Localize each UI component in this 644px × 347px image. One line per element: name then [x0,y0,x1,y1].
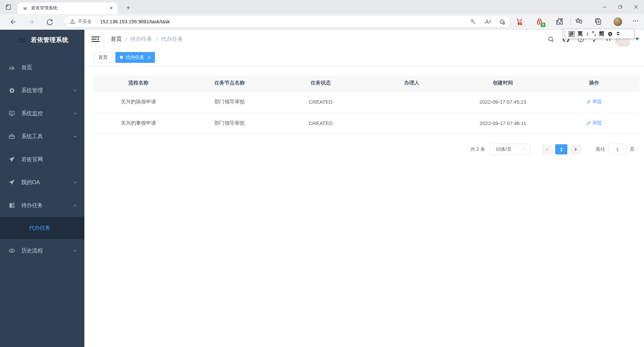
tab-actions-menu-icon[interactable] [4,3,13,11]
breadcrumb-separator: / [125,36,127,43]
sidebar-item-system-monitor[interactable]: 系统监控 [0,102,84,125]
tag-home[interactable]: 首页 [94,52,112,63]
sidebar-item-system-manage[interactable]: 系统管理 [0,79,84,102]
refresh-icon[interactable] [45,18,54,26]
approve-button[interactable]: 审批 [586,99,602,105]
sidebar-item-label: 待办任务 [21,202,73,209]
chevron-down-icon [73,248,78,253]
favorites-bar-icon[interactable] [575,17,583,26]
settings-more-icon[interactable] [632,17,639,25]
sidebar-item-ruoyi-site[interactable]: 若依官网 [0,148,84,171]
new-tab-button[interactable]: + [124,3,133,13]
header-search-icon[interactable] [546,34,556,44]
select-chevron-down-icon [522,147,527,151]
page-number-1[interactable]: 1 [555,144,567,154]
toolbar-divider [570,18,571,25]
main-content: 流程名称 任务节点名称 任务状态 办理人 创建时间 操作 关兴的病假申请 部门领… [84,66,644,347]
edit-pencil-icon [586,121,591,125]
sidebar-item-home[interactable]: 首页 [0,56,84,79]
browser-tab[interactable]: 若依管理系统 ✕ [18,2,117,14]
extension-lock-icon[interactable]: 0 [535,17,544,26]
browser-profile-avatar[interactable] [613,17,622,26]
read-aloud-icon[interactable] [484,18,491,25]
goto-label: 前往 [596,146,605,152]
breadcrumb: 首页 / 待办任务 / 代办任务 [111,35,183,43]
page-size-select[interactable]: 10条/页 [490,144,530,155]
ime-pinyin-mode[interactable]: 拼 [569,31,574,37]
sidebar-item-system-tools[interactable]: 系统工具 [0,125,84,148]
pagination-total: 共 2 条 [470,146,485,152]
goto-page-input[interactable] [609,144,626,155]
ime-sound-icon[interactable]: ♪ [586,31,589,37]
window-minimize-button[interactable] [596,0,612,14]
ime-drag-handle[interactable] [565,30,566,37]
breadcrumb-todo[interactable]: 待办任务 [130,35,153,43]
ime-punctuation-mode[interactable]: ”, [592,31,596,37]
sidebar-item-label: 我的OA [21,179,73,186]
table-row: 关兴的病假申请 部门领导审批 CREATED 2022-09-17 07:45:… [93,91,640,113]
cell-status: CREATED [275,91,366,113]
col-process-name: 流程名称 [93,75,184,91]
paper-plane-icon [8,156,15,163]
site-security[interactable]: 不安全 [70,19,92,25]
chevron-left-icon [545,147,549,152]
eye-icon [8,247,15,254]
ime-toolbar[interactable]: 拼 英 ♪ ”, 简 [563,29,635,39]
tag-close-icon[interactable]: × [148,55,151,60]
sidebar-item-todo-tasks[interactable]: 待办任务 [0,194,84,217]
task-table: 流程名称 任务节点名称 任务状态 办理人 创建时间 操作 关兴的病假申请 部门领… [93,75,640,134]
tab-close-icon[interactable]: ✕ [108,5,114,11]
sidebar-title: 若依管理系统 [31,36,69,44]
collections-icon[interactable] [594,17,602,26]
sidebar-item-my-oa[interactable]: 我的OA [0,171,84,194]
ime-english-mode[interactable]: 英 [578,30,583,38]
cell-task-node: 部门领导审批 [184,113,275,134]
ime-settings-gear-icon[interactable] [607,31,613,37]
sidebar-item-label: 系统监控 [21,110,73,117]
caret-down-icon[interactable] [635,38,639,41]
ruoyi-logo-icon [16,34,28,46]
tag-label: 代办任务 [126,54,144,60]
security-label: 不安全 [78,19,92,25]
sidebar-subitem-pending-tasks-active[interactable]: 代办任务 [0,217,84,239]
cell-created-at: 2022-09-17 07:45:23 [457,91,548,113]
cell-created-at: 2022-09-17 07:46:11 [457,113,548,134]
chevron-up-icon [73,203,78,208]
password-key-icon[interactable] [470,18,477,25]
sidebar-item-history-flow[interactable]: 历史流程 [0,239,84,262]
prev-page-button[interactable] [542,144,553,154]
window-restore-button[interactable] [612,0,628,14]
toolbox-icon [8,133,15,140]
ime-more-icon[interactable] [617,32,619,35]
chevron-down-icon [73,180,78,185]
cell-assignee [366,113,457,134]
col-created-at: 创建时间 [457,75,548,91]
favorite-add-icon[interactable] [499,18,506,25]
extension-cart-icon[interactable] [516,17,524,26]
book-icon [8,202,15,209]
sidebar-logo[interactable]: 若依管理系统 [0,30,84,50]
address-bar[interactable]: 不安全 152.136.153.155:9091/task/task [64,16,510,27]
approve-button[interactable]: 审批 [586,120,602,126]
paper-plane-icon [8,179,15,186]
tags-view-bar: 首页 代办任务 × [84,49,644,66]
ime-simplified-mode[interactable]: 简 [599,30,604,38]
app-navbar: 首页 / 待办任务 / 代办任务 TI [84,30,644,49]
browser-window: 若依管理系统 ✕ + 不安全 152.136.153.155:9091/task… [0,0,644,347]
breadcrumb-home[interactable]: 首页 [111,35,122,43]
forward-icon[interactable] [27,18,35,26]
sidebar-item-label: 历史流程 [21,247,73,254]
window-close-button[interactable] [628,0,644,14]
monitor-icon [8,110,15,117]
sidebar-item-label: 若依官网 [21,156,78,163]
sidebar-fold-icon[interactable] [91,35,100,43]
col-actions: 操作 [548,75,640,91]
url-text[interactable]: 152.136.153.155:9091/task/task [100,19,470,24]
active-dot-icon [120,56,123,59]
col-task-node: 任务节点名称 [184,75,275,91]
extensions-puzzle-icon[interactable] [555,17,563,25]
next-page-button[interactable] [570,144,581,154]
cell-assignee [366,91,457,113]
tag-pending-tasks-active[interactable]: 代办任务 × [115,52,155,63]
back-icon[interactable] [9,18,18,26]
